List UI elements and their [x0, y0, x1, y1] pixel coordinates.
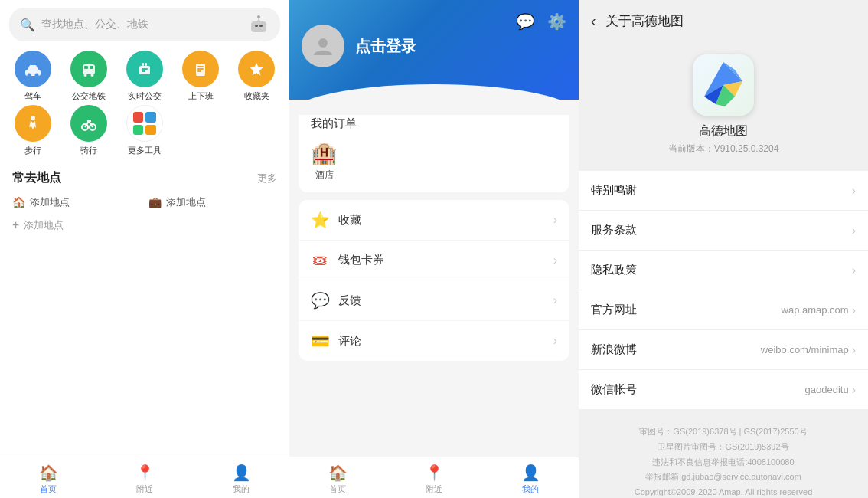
terms-arrow: › [852, 224, 856, 238]
avatar[interactable] [302, 25, 344, 67]
svg-rect-10 [84, 66, 88, 69]
place-label-1: 添加地点 [30, 195, 70, 209]
mid-bottom-nav: 🏠 首页 📍 附近 👤 我的 [289, 457, 579, 498]
more-link[interactable]: 更多 [257, 172, 277, 185]
walk-icon-bg [15, 105, 51, 142]
settings-icon[interactable]: ⚙️ [547, 12, 566, 31]
acknowledgements-label: 特别鸣谢 [591, 183, 852, 198]
hotel-icon: 🏨 [311, 140, 338, 165]
profile-menu-list: ⭐ 收藏 › 🎟 钱包卡券 › 💬 反馈 › 💳 评论 › [299, 200, 569, 361]
search-bar[interactable]: 🔍 查找地点、公交、地铁 [9, 8, 280, 41]
bottom-nav-nearby-label: 附近 [136, 483, 153, 495]
nav-item-walk[interactable]: 步行 [6, 105, 59, 156]
search-input[interactable]: 查找地点、公交、地铁 [41, 18, 242, 31]
home-nav-icon: 🏠 [39, 464, 58, 482]
panel-profile: 💬 ⚙️ 点击登录 我的订单 🏨 酒店 ⭐ 收藏 › 🎟 钱包 [289, 0, 579, 498]
frequent-places-section: 常去地点 更多 🏠 添加地点 💼 添加地点 + 添加地点 [0, 162, 289, 238]
weibo-value: weibo.com/minimap [761, 344, 849, 355]
place-label-3: 添加地点 [24, 218, 64, 232]
nav-icons-grid: 驾车 公交地铁 [0, 48, 289, 162]
nav-label-realtime: 实时公交 [128, 90, 162, 102]
bike-icon-bg [70, 105, 107, 142]
bottom-nav-mine[interactable]: 👤 我的 [193, 464, 289, 495]
message-icon[interactable]: 💬 [516, 12, 535, 31]
about-menu-weibo[interactable]: 新浪微博 weibo.com/minimap › [579, 330, 868, 370]
about-menu-acknowledgements[interactable]: 特别鸣谢 › [579, 171, 868, 211]
about-menu-website[interactable]: 官方网址 wap.amap.com › [579, 290, 868, 330]
nav-item-transit[interactable]: 公交地铁 [62, 51, 115, 102]
about-menu-terms[interactable]: 服务条款 › [579, 211, 868, 251]
about-footer: 审图号：GS(2019)6378号 | GS(2017)2550号 卫星图片审图… [579, 409, 868, 498]
place-item-work[interactable]: 💼 添加地点 [148, 195, 277, 209]
comments-arrow-icon: › [553, 334, 557, 348]
place-label-2: 添加地点 [166, 195, 206, 209]
svg-rect-11 [90, 66, 93, 69]
mid-bottom-home[interactable]: 🏠 首页 [289, 464, 386, 495]
nav-item-commute[interactable]: 上下班 [175, 51, 227, 102]
mid-nearby-icon: 📍 [425, 464, 444, 482]
nav-label-favorites: 收藏夹 [244, 90, 269, 102]
nav-item-bike[interactable]: 骑行 [62, 105, 115, 156]
svg-point-26 [318, 38, 328, 48]
wechat-arrow: › [852, 383, 856, 397]
mid-home-icon: 🏠 [328, 464, 348, 482]
svg-point-12 [83, 74, 86, 77]
bottom-nav-home[interactable]: 🏠 首页 [0, 464, 96, 495]
svg-rect-0 [251, 21, 266, 32]
add-icon: + [12, 218, 19, 232]
favorites-arrow-icon: › [553, 213, 557, 227]
mid-bottom-mine[interactable]: 👤 我的 [482, 464, 579, 495]
wallet-arrow-icon: › [553, 254, 557, 267]
app-name: 高德地图 [699, 123, 748, 139]
website-label: 官方网址 [591, 303, 782, 317]
menu-item-favorites[interactable]: ⭐ 收藏 › [299, 200, 569, 241]
section-header: 常去地点 更多 [12, 170, 277, 186]
svg-rect-17 [142, 63, 144, 66]
mid-bottom-nearby[interactable]: 📍 附近 [386, 464, 482, 495]
nav-label-walk: 步行 [24, 145, 41, 156]
panel-home: 🔍 查找地点、公交、地铁 驾车 [0, 0, 289, 498]
more-tools-icon-bg [126, 105, 163, 142]
svg-rect-2 [259, 25, 263, 27]
login-button[interactable]: 点击登录 [355, 36, 416, 57]
mid-mine-label: 我的 [522, 483, 539, 495]
app-info-section: 高德地图 当前版本：V910.25.0.3204 [579, 42, 868, 171]
add-place-item[interactable]: + 添加地点 [12, 217, 277, 234]
nav-label-bike: 骑行 [80, 145, 97, 156]
app-version: 当前版本：V910.25.0.3204 [668, 143, 779, 156]
about-menu-privacy[interactable]: 隐私政策 › [579, 251, 868, 290]
wechat-value: gaodeditu [805, 384, 849, 395]
menu-item-wallet[interactable]: 🎟 钱包卡券 › [299, 241, 569, 280]
profile-header: 💬 ⚙️ 点击登录 [289, 0, 579, 100]
menu-item-feedback[interactable]: 💬 反馈 › [299, 280, 569, 321]
website-arrow: › [852, 303, 856, 317]
transit-icon-bg [70, 51, 107, 87]
bottom-nav-home-label: 首页 [40, 483, 57, 495]
nav-item-favorites[interactable]: 收藏夹 [230, 51, 283, 102]
svg-rect-15 [142, 68, 148, 70]
svg-rect-20 [197, 66, 204, 67]
bottom-nav-nearby[interactable]: 📍 附近 [96, 464, 193, 495]
left-bottom-nav: 🏠 首页 📍 附近 👤 我的 [0, 457, 289, 498]
svg-point-7 [27, 74, 31, 77]
nav-item-drive[interactable]: 驾车 [6, 51, 59, 102]
section-title: 常去地点 [12, 170, 61, 186]
feedback-menu-icon: 💬 [311, 291, 329, 310]
svg-rect-18 [145, 63, 147, 66]
back-button[interactable]: ‹ [591, 12, 596, 30]
place-item-home[interactable]: 🏠 添加地点 [12, 195, 141, 209]
footer-line-1: 审图号：GS(2019)6378号 | GS(2017)2550号 [591, 424, 856, 440]
nav-item-realtime[interactable]: 实时公交 [118, 51, 171, 102]
mid-home-label: 首页 [329, 483, 346, 495]
work-icon: 💼 [148, 196, 162, 208]
about-page-title: 关于高德地图 [605, 12, 684, 30]
nav-item-more-tools[interactable]: 更多工具 [118, 105, 171, 156]
order-hotel[interactable]: 🏨 酒店 [311, 140, 338, 182]
privacy-arrow: › [852, 264, 856, 277]
robot-icon[interactable] [248, 14, 269, 35]
about-menu-wechat[interactable]: 微信帐号 gaodeditu › [579, 370, 868, 409]
menu-item-comments[interactable]: 💳 评论 › [299, 321, 569, 361]
home-icon: 🏠 [12, 196, 25, 208]
svg-point-13 [90, 74, 93, 77]
about-menu-list: 特别鸣谢 › 服务条款 › 隐私政策 › 官方网址 wap.amap.com ›… [579, 171, 868, 409]
